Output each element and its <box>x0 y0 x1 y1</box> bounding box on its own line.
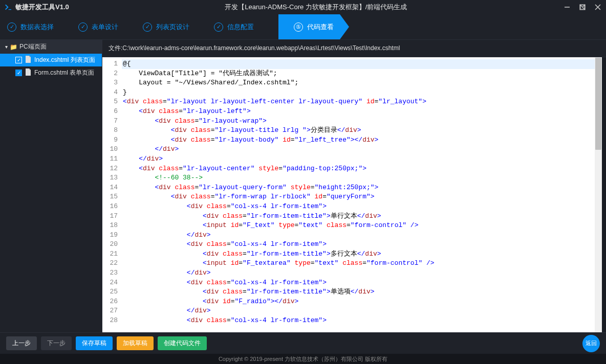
line-number: 18 <box>104 221 118 231</box>
code-line[interactable]: <div class="lr-layout-left"> <box>122 107 602 117</box>
line-number: 3 <box>104 78 118 88</box>
prev-button[interactable]: 上一步 <box>6 336 37 350</box>
line-number: 26 <box>104 297 118 307</box>
close-button[interactable] <box>594 3 602 11</box>
code-line[interactable]: <div class="lr-layout lr-layout-left-cen… <box>122 97 602 107</box>
code-line[interactable]: <!--60 38--> <box>122 173 602 183</box>
next-button[interactable]: 下一步 <box>41 336 72 350</box>
code-line[interactable]: <input id="F_textarea" type="text" class… <box>122 259 602 268</box>
code-line[interactable]: <div class="lr-layout-query-form" style=… <box>122 183 602 193</box>
folder-icon: 📁 <box>10 43 17 51</box>
line-number: 7 <box>104 117 118 126</box>
line-number: 6 <box>104 107 118 117</box>
code-line[interactable]: <div id="F_radio"></div> <box>122 297 602 307</box>
code-line[interactable]: <div class="col-xs-4 lr-form-item"> <box>122 278 602 288</box>
check-icon: ✓ <box>143 22 152 32</box>
line-number: 27 <box>104 306 118 316</box>
code-line[interactable]: <div class="col-xs-4 lr-form-item"> <box>122 316 602 326</box>
sidebar-item-label: Form.cshtml 表单页面 <box>34 69 94 77</box>
step-1[interactable]: ✓数据表选择 <box>7 22 54 32</box>
code-line[interactable]: } <box>122 88 602 98</box>
checkbox-icon[interactable]: ✓ <box>15 70 22 76</box>
line-number: 2 <box>104 69 118 79</box>
file-icon <box>25 56 31 64</box>
code-area[interactable]: @{ ViewData["Title"] = "代码生成器测试"; Layout… <box>122 57 602 332</box>
step-label: 表单设计 <box>92 22 118 32</box>
check-icon: ✓ <box>7 22 16 32</box>
step-label: 列表页设计 <box>156 22 189 32</box>
line-number: 5 <box>104 97 118 107</box>
minimize-button[interactable] <box>563 3 571 11</box>
line-number: 16 <box>104 202 118 212</box>
window-controls <box>563 3 602 11</box>
step-number-icon: ⑤ <box>294 22 303 32</box>
step-3[interactable]: ✓列表页设计 <box>143 22 189 32</box>
code-line[interactable]: <div class="lr-form-item-title">单行文本</di… <box>122 212 602 221</box>
code-line[interactable]: <div class="lr-layout-body" id="lr_left_… <box>122 135 602 145</box>
code-line[interactable]: <div class="lr-form-item-title">多行文本</di… <box>122 249 602 259</box>
line-number: 22 <box>104 259 118 268</box>
code-line[interactable]: Layout = "~/Views/Shared/_Index.cshtml"; <box>122 78 602 88</box>
code-line[interactable]: <div class="lr-layout-wrap"> <box>122 117 602 126</box>
step-5[interactable]: ⑤代码查看 <box>278 14 349 39</box>
line-number: 4 <box>104 88 118 98</box>
copyright: Copyright © 2019-present 力软信息技术（苏州）有限公司 … <box>0 354 606 364</box>
line-number: 19 <box>104 231 118 240</box>
step-2[interactable]: ✓表单设计 <box>78 22 118 32</box>
line-number: 1 <box>104 59 118 69</box>
sidebar-header[interactable]: ▾ 📁 PC端页面 <box>0 40 102 54</box>
sidebar-item-0[interactable]: ✓Index.cshtml 列表页面 <box>0 54 102 66</box>
code-line[interactable]: <input id="F_text" type="text" class="fo… <box>122 221 602 231</box>
code-line[interactable]: </div> <box>122 145 602 154</box>
sidebar-header-label: PC端页面 <box>19 42 47 51</box>
caret-down-icon: ▾ <box>5 44 8 50</box>
content-area: 文件:C:\work\learun-adms-core\learun.frame… <box>102 40 606 332</box>
checkbox-icon[interactable]: ✓ <box>15 57 22 63</box>
titlebar: 敏捷开发工具V1.0 开发【Learun-ADMS-Core 力软敏捷开发框架】… <box>0 0 606 14</box>
scrollbar-thumb[interactable] <box>595 58 601 150</box>
step-label: 代码查看 <box>307 22 334 32</box>
code-line[interactable]: <div class="col-xs-4 lr-form-item"> <box>122 202 602 212</box>
load-draft-button[interactable]: 加载草稿 <box>117 336 154 350</box>
code-line[interactable]: <div class="col-xs-4 lr-form-item"> <box>122 240 602 249</box>
step-bar: ✓数据表选择✓表单设计✓列表页设计✓信息配置⑤代码查看 <box>0 14 606 40</box>
code-line[interactable]: </div> <box>122 231 602 240</box>
code-line[interactable]: <div class="lr-form-wrap lr-rblock" id="… <box>122 192 602 202</box>
line-number: 9 <box>104 135 118 145</box>
sidebar-item-1[interactable]: ✓Form.cshtml 表单页面 <box>0 66 102 79</box>
save-draft-button[interactable]: 保存草稿 <box>76 336 113 350</box>
vertical-scrollbar[interactable] <box>595 57 602 332</box>
sidebar-items: ✓Index.cshtml 列表页面✓Form.cshtml 表单页面 <box>0 54 102 79</box>
check-icon: ✓ <box>214 22 223 32</box>
code-line[interactable]: <div class="lr-layout-center" style="pad… <box>122 164 602 174</box>
create-file-button[interactable]: 创建代码文件 <box>158 336 207 350</box>
line-number: 20 <box>104 240 118 249</box>
step-label: 数据表选择 <box>20 22 54 32</box>
line-number: 25 <box>104 287 118 297</box>
step-4[interactable]: ✓信息配置 <box>214 22 254 32</box>
line-number: 15 <box>104 192 118 202</box>
code-line[interactable]: </div> <box>122 306 602 316</box>
line-number: 11 <box>104 154 118 164</box>
line-number: 28 <box>104 316 118 326</box>
app-title: 敏捷开发工具V1.0 <box>15 3 69 12</box>
code-line[interactable]: </div> <box>122 268 602 278</box>
line-number: 8 <box>104 126 118 135</box>
window-title: 开发【Learun-ADMS-Core 力软敏捷开发框架】/前端代码生成 <box>69 3 563 12</box>
file-path: 文件:C:\work\learun-adms-core\learun.frame… <box>102 40 606 57</box>
line-number: 13 <box>104 173 118 183</box>
code-line[interactable]: <div class="lr-layout-title lrlg ">分类目录<… <box>122 126 602 135</box>
footer-buttons: 上一步 下一步 保存草稿 加载草稿 创建代码文件 返回 <box>0 332 606 354</box>
code-line[interactable]: ViewData["Title"] = "代码生成器测试"; <box>122 69 602 79</box>
line-number: 10 <box>104 145 118 154</box>
sidebar: ▾ 📁 PC端页面 ✓Index.cshtml 列表页面✓Form.cshtml… <box>0 40 102 332</box>
code-line[interactable]: </div> <box>122 154 602 164</box>
code-line[interactable]: <div class="lr-form-item-title">单选项</div… <box>122 287 602 297</box>
code-editor[interactable]: 1234567891011121314151617181920212223242… <box>102 57 602 332</box>
return-button[interactable]: 返回 <box>582 335 600 352</box>
line-number: 12 <box>104 164 118 174</box>
code-line[interactable]: @{ <box>122 59 602 69</box>
maximize-button[interactable] <box>578 3 587 11</box>
app-logo-icon <box>4 3 12 11</box>
line-gutter: 1234567891011121314151617181920212223242… <box>102 57 122 332</box>
